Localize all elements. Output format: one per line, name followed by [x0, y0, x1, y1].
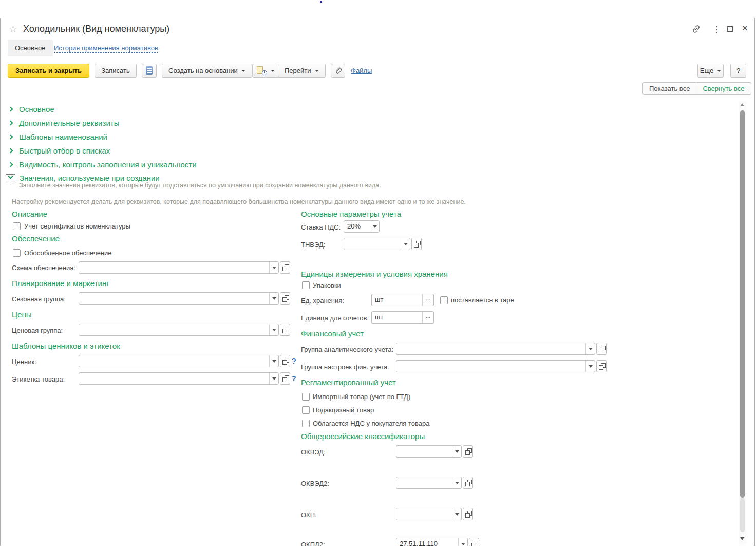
go-to-button[interactable]: Перейти — [278, 64, 326, 78]
separate-supply-checkbox[interactable] — [13, 249, 21, 257]
more-button[interactable]: Еще — [697, 64, 724, 78]
price-group-open-icon[interactable] — [280, 324, 290, 336]
document-clock-icon — [257, 66, 267, 75]
dropdown-arrow-icon[interactable] — [585, 361, 595, 372]
dropdown-arrow-icon[interactable] — [452, 446, 461, 457]
section-default-values[interactable]: Значения, используемые при создании — [9, 173, 160, 183]
tab-main[interactable]: Основное — [8, 40, 53, 56]
cert-accounting-label: Учет сертификатов номенклатуры — [24, 222, 130, 230]
more-menu-kebab-icon[interactable]: ⋮ — [712, 24, 721, 35]
price-group-field[interactable] — [79, 324, 279, 336]
product-label-open-icon[interactable] — [280, 372, 290, 385]
okpd2-field[interactable]: 27.51.11.110 — [396, 538, 468, 546]
okp-label: ОКП: — [301, 511, 317, 519]
tnved-field[interactable] — [344, 238, 410, 250]
packages-checkbox[interactable] — [302, 281, 310, 289]
dropdown-arrow-icon[interactable] — [269, 355, 278, 367]
ellipsis-button[interactable]: ... — [422, 312, 433, 323]
okpd2-open-icon[interactable] — [469, 538, 479, 546]
chevron-down-icon — [8, 174, 13, 179]
scrollbar-track-remainder[interactable] — [740, 498, 745, 532]
help-button[interactable]: ? — [730, 64, 746, 78]
show-in-list-button[interactable] — [142, 64, 157, 78]
dropdown-arrow-icon[interactable] — [585, 343, 595, 354]
save-and-close-button[interactable]: Записать и закрыть — [8, 64, 89, 78]
okp-field[interactable] — [396, 508, 462, 520]
okved2-field[interactable] — [396, 477, 462, 489]
favorite-star-icon[interactable]: ☆ — [9, 23, 17, 35]
get-link-icon[interactable] — [691, 24, 701, 35]
section-additional-attributes[interactable]: Дополнительные реквизиты — [9, 118, 119, 128]
price-group-label: Ценовая группа: — [12, 327, 63, 334]
fin-settings-group-open-icon[interactable] — [596, 360, 607, 372]
form-window: ☆ Холодильник (Вид номенклатуры) ⋮ × Осн… — [0, 18, 755, 546]
vertical-scrollbar[interactable] — [739, 101, 746, 546]
analytic-group-open-icon[interactable] — [596, 343, 607, 355]
expand-collapse-control: Показать все Свернуть все — [642, 82, 751, 95]
vat-buyer-checkbox[interactable] — [302, 420, 310, 427]
hint-text: Заполните значения реквизитов, которые б… — [19, 182, 381, 189]
analytic-group-field[interactable] — [396, 343, 595, 355]
storage-unit-field[interactable]: шт... — [371, 294, 434, 306]
dropdown-arrow-icon[interactable] — [458, 538, 467, 546]
report-unit-field[interactable]: шт... — [371, 311, 434, 324]
vat-rate-select[interactable]: 20% — [344, 220, 380, 233]
group-header-description: Описание — [12, 210, 47, 218]
dropdown-arrow-icon[interactable] — [452, 508, 461, 520]
dropdown-arrow-icon[interactable] — [401, 238, 410, 250]
tab-history-link[interactable]: История применения нормативов — [54, 44, 158, 53]
okved-open-icon[interactable] — [463, 445, 473, 458]
supply-scheme-open-icon[interactable] — [280, 261, 290, 274]
collapse-all-button[interactable]: Свернуть все — [696, 83, 750, 94]
dropdown-arrow-icon[interactable] — [269, 373, 278, 384]
maximize-icon[interactable] — [727, 26, 733, 32]
separate-supply-label: Обособленное обеспечение — [24, 249, 112, 257]
product-label-help-icon[interactable]: ? — [292, 374, 296, 383]
scroll-down-icon[interactable] — [740, 537, 744, 540]
storage-unit-label: Ед. хранения: — [301, 297, 344, 305]
okp-open-icon[interactable] — [463, 508, 473, 520]
close-icon[interactable]: × — [742, 24, 748, 33]
dropdown-arrow-icon[interactable] — [452, 477, 461, 488]
price-tag-help-icon[interactable]: ? — [292, 357, 296, 365]
product-label-field[interactable] — [79, 372, 279, 385]
dropdown-arrow-icon[interactable] — [269, 262, 278, 273]
chevron-right-icon — [8, 162, 13, 167]
dropdown-arrow-icon[interactable] — [370, 221, 379, 232]
chevron-down-icon — [241, 70, 245, 74]
attachments-button[interactable] — [331, 64, 345, 78]
screen-artifact-dot — [320, 1, 322, 3]
chevron-down-icon — [717, 70, 721, 74]
tnved-open-icon[interactable] — [411, 238, 422, 250]
save-button[interactable]: Записать — [94, 64, 137, 78]
fin-settings-group-field[interactable] — [396, 360, 595, 372]
season-group-open-icon[interactable] — [280, 292, 290, 305]
section-main[interactable]: Основное — [9, 104, 54, 114]
scroll-up-icon[interactable] — [740, 103, 744, 106]
section-quick-filter[interactable]: Быстрый отбор в списках — [9, 145, 110, 156]
okved-field[interactable] — [396, 445, 462, 458]
show-all-button[interactable]: Показать все — [643, 83, 696, 94]
section-visibility-control[interactable]: Видимость, контроль заполнения и уникаль… — [9, 159, 197, 169]
in-container-checkbox[interactable] — [440, 296, 448, 304]
season-group-field[interactable] — [79, 292, 279, 305]
scrollbar-thumb[interactable] — [740, 110, 745, 498]
create-based-on-button[interactable]: Создать на основании — [162, 64, 252, 78]
hint-text: Настройку рекомендуется делать для рекви… — [12, 198, 466, 205]
files-link[interactable]: Файлы — [351, 67, 372, 74]
create-task-button[interactable] — [252, 64, 279, 78]
chevron-down-icon — [315, 70, 319, 74]
import-goods-checkbox[interactable] — [302, 393, 310, 401]
import-goods-label: Импортный товар (учет по ГТД) — [313, 393, 410, 401]
dropdown-arrow-icon[interactable] — [269, 324, 278, 335]
dropdown-arrow-icon[interactable] — [269, 293, 278, 304]
price-tag-field[interactable] — [79, 355, 279, 367]
section-name-templates[interactable]: Шаблоны наименований — [9, 131, 107, 142]
chevron-right-icon — [8, 120, 13, 125]
okved2-open-icon[interactable] — [463, 477, 473, 489]
price-tag-open-icon[interactable] — [280, 355, 290, 367]
supply-scheme-field[interactable] — [79, 261, 279, 274]
excise-goods-checkbox[interactable] — [302, 406, 310, 414]
ellipsis-button[interactable]: ... — [422, 294, 433, 306]
cert-accounting-checkbox[interactable] — [13, 222, 21, 230]
